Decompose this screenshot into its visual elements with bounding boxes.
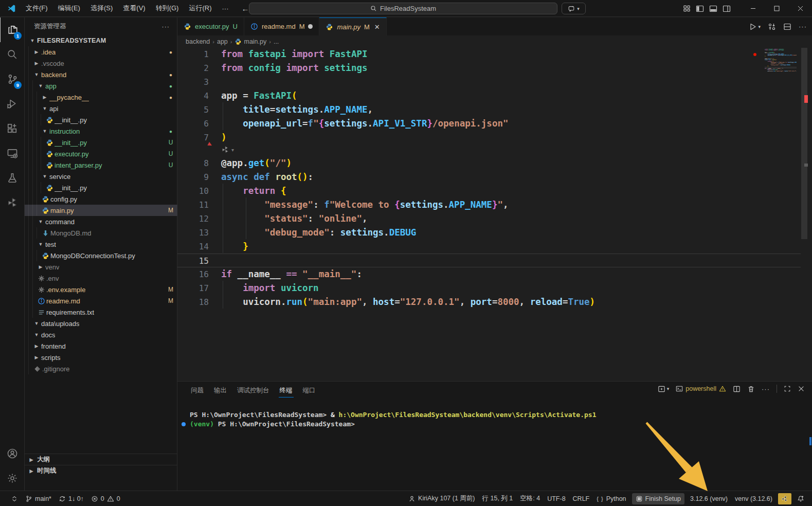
activity-testing-icon[interactable] — [0, 166, 25, 190]
statusbar-language[interactable]: { }Python — [593, 493, 629, 504]
statusbar-python-interpreter[interactable]: 3.12.6 (venv) — [687, 493, 731, 504]
tree-item-data-uploads[interactable]: ▼data\uploads — [25, 318, 177, 329]
tree-item-scripts[interactable]: ▶scripts — [25, 352, 177, 363]
tree-item-.vscode[interactable]: ▶.vscode — [25, 58, 177, 69]
panel-tab-问题[interactable]: 问题 — [187, 383, 208, 398]
activity-run-debug-icon[interactable] — [0, 92, 25, 116]
tree-item-readme.md[interactable]: readme.mdM — [25, 295, 177, 306]
line-number[interactable]: 13 — [177, 226, 221, 240]
menu-item-1[interactable]: 编辑(E) — [53, 2, 85, 14]
statusbar-encoding[interactable]: UTF-8 — [544, 493, 569, 504]
kill-terminal-icon[interactable] — [747, 385, 755, 393]
tree-item-__init__.py[interactable]: __init__.py — [25, 114, 177, 125]
terminal-profile-chevron-icon[interactable]: ▾ — [667, 386, 670, 391]
toggle-primary-sidebar-icon[interactable] — [696, 5, 704, 13]
minimize-button[interactable] — [741, 0, 765, 17]
line-number[interactable]: 5 — [177, 103, 221, 117]
toggle-secondary-sidebar-icon[interactable] — [723, 5, 731, 13]
tree-item-.gitignore[interactable]: .gitignore — [25, 363, 177, 374]
line-number[interactable]: 11 — [177, 198, 221, 212]
tree-item-command[interactable]: ▼command — [25, 216, 177, 227]
statusbar-branch[interactable]: main* — [22, 493, 55, 504]
open-changes-icon[interactable] — [768, 23, 776, 31]
breadcrumb-item[interactable]: app — [217, 38, 228, 45]
menu-item-5[interactable]: 运行(R) — [184, 2, 216, 14]
tree-item-app[interactable]: ▼app● — [25, 80, 177, 92]
close-button[interactable] — [788, 0, 812, 17]
nav-back-icon[interactable]: ← — [241, 4, 249, 13]
editor-more-actions-icon[interactable]: ··· — [799, 23, 807, 30]
menu-item-2[interactable]: 选择(S) — [86, 2, 117, 14]
statusbar-notifications[interactable] — [793, 493, 808, 504]
tree-item-filesreadsysteam[interactable]: ▼FILESREADSYSTEAM — [25, 35, 177, 46]
sidebar-section-0[interactable]: ▶大纲 — [25, 454, 177, 465]
code-line-4[interactable]: 4app = FastAPI( — [177, 89, 801, 103]
code-line-1[interactable]: 1from fastapi import FastAPI — [177, 47, 801, 61]
code-line-3[interactable]: 3 — [177, 75, 801, 89]
breadcrumb-item[interactable]: backend — [186, 38, 210, 45]
command-decoration-dot[interactable] — [182, 422, 186, 426]
tree-item-.env.example[interactable]: .env.exampleM — [25, 284, 177, 295]
code-line-8[interactable]: 8@app.get("/") — [177, 156, 801, 170]
tree-item-__init__.py[interactable]: __init__.py — [25, 182, 177, 193]
tree-item-docs[interactable]: ▼docs — [25, 329, 177, 340]
tree-item-mongodb.md[interactable]: MongoDB.md — [25, 227, 177, 239]
panel-tab-输出[interactable]: 输出 — [210, 383, 231, 398]
maximize-panel-icon[interactable] — [784, 385, 791, 392]
code-line-5[interactable]: 5 title=settings.APP_NAME, — [177, 103, 801, 117]
minimap[interactable]: 1from fastapi import FastAPI2from config… — [765, 49, 797, 111]
statusbar-blame[interactable]: KiriAky 107 (1 周前) — [405, 493, 478, 504]
code-line-17[interactable]: 17 import uvicorn — [177, 281, 801, 295]
tree-item-test[interactable]: ▼test — [25, 239, 177, 250]
editor-tab-readme.md[interactable]: readme.mdM — [244, 17, 320, 35]
editor-scrollbar[interactable] — [801, 47, 808, 381]
code-line-15[interactable]: 15 — [177, 254, 801, 267]
line-number[interactable]: 3 — [177, 75, 221, 89]
code-line-6[interactable]: 6 openapi_url=f"{settings.API_V1_STR}/op… — [177, 117, 801, 131]
code-line-16[interactable]: 16if __name__ == "__main__": — [177, 267, 801, 281]
run-python-file-button[interactable]: ▾ — [749, 23, 761, 31]
maximize-button[interactable] — [765, 0, 788, 17]
tree-item-backend[interactable]: ▼backend● — [25, 69, 177, 80]
line-number[interactable]: 7 — [177, 131, 221, 144]
line-number[interactable]: 16 — [177, 267, 221, 281]
line-number[interactable]: 12 — [177, 212, 221, 226]
statusbar-indentation[interactable]: 空格: 4 — [516, 493, 544, 504]
activity-settings-icon[interactable] — [0, 466, 25, 491]
panel-tab-调试控制台[interactable]: 调试控制台 — [233, 383, 274, 398]
tree-item-instruction[interactable]: ▼instruction● — [25, 125, 177, 137]
panel-tab-端口[interactable]: 端口 — [299, 383, 320, 398]
statusbar-venv-version[interactable]: venv (3.12.6) — [731, 493, 776, 504]
inline-pinwheel-widget[interactable]: ▾ — [221, 146, 234, 154]
command-center-search[interactable]: FilesReadSysteam — [249, 3, 557, 14]
line-number[interactable]: 2 — [177, 61, 221, 75]
run-dropdown-chevron-icon[interactable]: ▾ — [758, 24, 761, 29]
scrollbar-slider[interactable] — [801, 48, 807, 239]
breadcrumb-item[interactable]: main.py — [234, 38, 266, 45]
line-number[interactable]: 8 — [177, 156, 221, 170]
tree-item-__init__.py[interactable]: __init__.pyU — [25, 137, 177, 148]
line-number[interactable]: 14 — [177, 240, 221, 254]
code-line-11[interactable]: 11 "message": f"Welcome to {settings.APP… — [177, 198, 801, 212]
split-terminal-icon[interactable] — [733, 385, 741, 393]
tree-item-venv[interactable]: ▶venv — [25, 261, 177, 273]
line-number[interactable]: 17 — [177, 281, 221, 295]
menu-item-6[interactable]: ··· — [217, 3, 233, 14]
new-terminal-button[interactable]: ▾ — [658, 385, 670, 393]
code-line-2[interactable]: 2from config import settings — [177, 61, 801, 75]
statusbar-remote[interactable] — [7, 493, 22, 504]
tree-item-main.py[interactable]: main.pyM — [25, 205, 177, 216]
line-number[interactable]: 4 — [177, 89, 221, 103]
tree-item-service[interactable]: ▼service — [25, 171, 177, 182]
panel-more-actions-icon[interactable]: ··· — [762, 385, 770, 393]
tree-item-config.py[interactable]: config.py — [25, 193, 177, 205]
activity-source-control-icon[interactable]: 9 — [0, 67, 25, 92]
code-line-9[interactable]: 9async def root(): — [177, 170, 801, 184]
line-number[interactable]: 18 — [177, 295, 221, 309]
copilot-menu-button[interactable]: ▾ — [562, 3, 586, 14]
tree-item-mongodbconnectiontest.py[interactable]: MongoDBConnectionTest.py — [25, 250, 177, 261]
toggle-panel-icon[interactable] — [709, 5, 717, 13]
menu-item-3[interactable]: 查看(V) — [118, 2, 150, 14]
editor-tab-main.py[interactable]: main.pyM✕ — [319, 17, 386, 35]
line-number[interactable]: 15 — [177, 254, 221, 267]
